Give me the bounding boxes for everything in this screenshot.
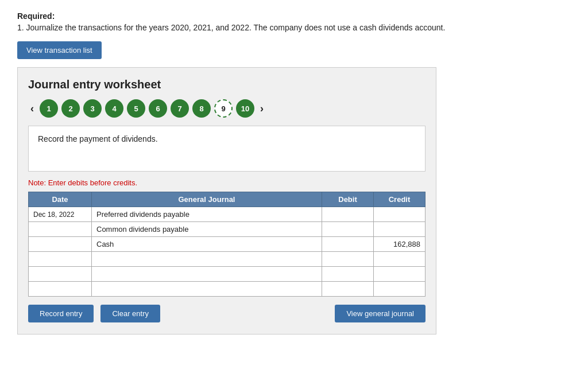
table-row — [29, 267, 425, 282]
step-6[interactable]: 6 — [149, 99, 167, 118]
note-text: Note: Enter debits before credits. — [28, 178, 425, 187]
nav-next-arrow[interactable]: › — [258, 103, 266, 115]
instruction-text: 1. Journalize the transactions for the y… — [17, 23, 571, 32]
row1-gj[interactable]: Preferred dividends payable — [92, 207, 322, 222]
col-header-date: Date — [29, 192, 92, 207]
table-row — [29, 252, 425, 267]
row2-gj[interactable]: Common dividends payable — [92, 222, 322, 237]
journal-table: Date General Journal Debit Credit Dec 18… — [28, 192, 425, 297]
table-row: Common dividends payable — [29, 222, 425, 237]
step-3[interactable]: 3 — [83, 99, 102, 118]
row6-credit[interactable] — [374, 282, 425, 297]
row4-debit[interactable] — [322, 252, 374, 267]
table-row: Dec 18, 2022 Preferred dividends payable — [29, 207, 425, 222]
view-general-journal-button[interactable]: View general journal — [335, 305, 425, 322]
row5-debit[interactable] — [322, 267, 374, 282]
row3-debit[interactable] — [322, 237, 374, 252]
row4-date[interactable] — [29, 252, 92, 267]
row3-credit[interactable]: 162,888 — [374, 237, 425, 252]
step-7[interactable]: 7 — [171, 99, 189, 118]
step-5[interactable]: 5 — [127, 99, 145, 118]
step-2[interactable]: 2 — [61, 99, 80, 118]
nav-prev-arrow[interactable]: ‹ — [28, 103, 36, 115]
worksheet-title: Journal entry worksheet — [28, 78, 425, 91]
required-label: Required: — [17, 11, 571, 21]
row6-debit[interactable] — [322, 282, 374, 297]
row2-credit[interactable] — [374, 222, 425, 237]
row2-date — [29, 222, 92, 237]
row6-date[interactable] — [29, 282, 92, 297]
row1-date: Dec 18, 2022 — [29, 207, 92, 222]
col-header-debit: Debit — [322, 192, 374, 207]
col-header-gj: General Journal — [92, 192, 322, 207]
table-row — [29, 282, 425, 297]
row1-credit[interactable] — [374, 207, 425, 222]
required-section: Required: 1. Journalize the transactions… — [17, 11, 571, 32]
row1-debit[interactable] — [322, 207, 374, 222]
view-transaction-btn[interactable]: View transaction list — [17, 41, 102, 59]
step-8[interactable]: 8 — [192, 99, 211, 118]
record-entry-button[interactable]: Record entry — [28, 305, 94, 322]
clear-entry-button[interactable]: Clear entry — [100, 305, 160, 322]
table-row: Cash 162,888 — [29, 237, 425, 252]
entry-description: Record the payment of dividends. — [28, 126, 425, 172]
step-1[interactable]: 1 — [40, 99, 58, 118]
row4-credit[interactable] — [374, 252, 425, 267]
step-4[interactable]: 4 — [105, 99, 123, 118]
row2-debit[interactable] — [322, 222, 374, 237]
row4-gj[interactable] — [92, 252, 322, 267]
col-header-credit: Credit — [374, 192, 425, 207]
step-9[interactable]: 9 — [214, 99, 233, 118]
bottom-buttons: Record entry Clear entry View general jo… — [28, 305, 425, 322]
row3-date — [29, 237, 92, 252]
row3-gj[interactable]: Cash — [92, 237, 322, 252]
row6-gj[interactable] — [92, 282, 322, 297]
row5-credit[interactable] — [374, 267, 425, 282]
row5-gj[interactable] — [92, 267, 322, 282]
row5-date[interactable] — [29, 267, 92, 282]
step-navigation: ‹ 1 2 3 4 5 6 7 8 9 10 › — [28, 99, 425, 118]
step-10[interactable]: 10 — [236, 99, 254, 118]
worksheet-container: Journal entry worksheet ‹ 1 2 3 4 5 6 7 … — [17, 67, 436, 335]
